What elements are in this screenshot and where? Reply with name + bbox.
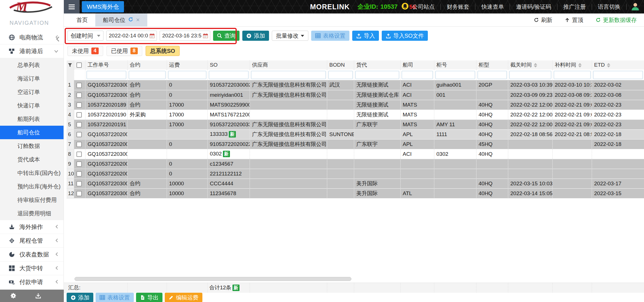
unused-tab[interactable]: 未使用 4	[67, 46, 103, 56]
table-row[interactable]: 10GQ1053722020007022121122112	[67, 169, 644, 179]
table-row[interactable]: 510537220201911700091053722020033广东无限链接信…	[67, 120, 644, 129]
sidebar-group-0[interactable]: 电商物流	[0, 31, 64, 44]
hamburger-menu-icon[interactable]	[64, 0, 80, 13]
table-row[interactable]: 6GQ1053722020007133333新广东无限链接信息科技有限公司2SU…	[67, 129, 644, 139]
import-so-file-button[interactable]: 导入SO文件	[382, 31, 428, 41]
edit-freight-button[interactable]: 编辑运费	[165, 293, 202, 302]
used-tab[interactable]: 已使用 8	[107, 46, 142, 56]
col-header-wo[interactable]: 工作单号	[85, 60, 127, 69]
topbar-menu-item[interactable]: 快速查单	[475, 3, 510, 11]
sort-arrows-icon[interactable]	[578, 63, 582, 67]
sidebar-subitem-7[interactable]: 货代成本	[0, 153, 64, 166]
sidebar-group-2[interactable]: 海外操作	[0, 220, 64, 234]
filter-input-freight[interactable]	[168, 71, 206, 79]
horizontal-scrollbar[interactable]	[74, 277, 351, 281]
export-button[interactable]: 导出	[136, 293, 162, 302]
table-row[interactable]: 9GQ10537220200050c1234567	[67, 159, 644, 169]
batch-edit-dropdown[interactable]: 批量修改	[272, 31, 308, 41]
col-header-freight[interactable]: 运费	[167, 60, 207, 69]
tab-refresh-icon[interactable]	[128, 17, 133, 23]
col-header-so[interactable]: SO	[207, 60, 250, 69]
table-settings-button[interactable]: 表格设置	[311, 31, 349, 41]
date-from-input[interactable]: 2022-02-14 00:00:00	[106, 31, 157, 41]
col-header-supplier[interactable]: 供应商	[250, 60, 327, 69]
table-row[interactable]: 11GQ1053722030005合约10000CCC4444美升国际40HQ2…	[67, 179, 644, 188]
sidebar-subitem-2[interactable]: 空运订单	[0, 85, 64, 99]
col-header-supplement[interactable]: 补料时间	[552, 60, 592, 69]
pin-top-button[interactable]: 置顶	[565, 16, 583, 24]
topbar-menu-item[interactable]: 公司站点	[406, 3, 440, 11]
update-cache-button[interactable]: 更新数据缓存	[596, 16, 637, 24]
row-checkbox[interactable]	[76, 161, 82, 167]
tab-home[interactable]: 首页	[69, 13, 95, 26]
table-row[interactable]: 1GQ1053722030000合约091053722030002广东无限链接信…	[67, 80, 644, 90]
col-header-agent[interactable]: 货代	[354, 60, 400, 69]
topbar-menu-item[interactable]: 推广注册	[557, 3, 592, 11]
refresh-button[interactable]: 刷新	[534, 16, 552, 24]
col-header-contract[interactable]: 合约	[127, 60, 167, 69]
sidebar-group-6[interactable]: 付款申请	[0, 275, 64, 289]
topbar-menu-item[interactable]: 邀请码/验证码	[510, 3, 557, 11]
sidebar-group-5[interactable]: 大货中转	[0, 262, 64, 275]
row-checkbox[interactable]	[76, 122, 82, 127]
filter-funnel-icon[interactable]	[67, 60, 74, 69]
table-row[interactable]: 7GQ1053722020009091053722020022广东无限链接信息科…	[67, 139, 644, 149]
filter-input-agent[interactable]	[355, 71, 399, 79]
bottom-add-button[interactable]: 添加	[67, 293, 93, 302]
bottom-table-settings-button[interactable]: 表格设置	[96, 293, 134, 302]
col-header-bodn[interactable]: BODN	[327, 60, 354, 69]
sidebar-subitem-0[interactable]: 总单列表	[0, 58, 64, 72]
row-checkbox[interactable]	[76, 181, 82, 186]
filter-input-supplement[interactable]	[554, 71, 591, 79]
panel-collapse-chevron[interactable]	[55, 36, 60, 43]
download-icon[interactable]	[35, 292, 42, 299]
search-button[interactable]: 查询	[213, 31, 239, 41]
tab-ship-slot[interactable]: 船司仓位 ×	[95, 13, 147, 26]
filter-input-bodn[interactable]	[328, 71, 353, 79]
sort-arrows-icon[interactable]	[607, 63, 610, 67]
sidebar-subitem-3[interactable]: 快递订单	[0, 99, 64, 112]
settings-gear-icon[interactable]	[10, 292, 17, 299]
row-checkbox[interactable]	[76, 112, 82, 118]
col-header-container[interactable]: 柜号	[434, 60, 476, 69]
sidebar-subitem-11[interactable]: 退回费用明细	[0, 207, 64, 220]
sidebar-group-3[interactable]: 尾程仓管	[0, 234, 64, 248]
sidebar-subitem-6[interactable]: 订舱数据	[0, 139, 64, 153]
col-header-cutoff[interactable]: 截关时间	[508, 60, 552, 69]
row-checkbox[interactable]	[76, 142, 82, 147]
date-to-input[interactable]: 2022-03-16 23:59:59	[160, 31, 210, 41]
sidebar-subitem-8[interactable]: 中转出库(国内仓)	[0, 166, 64, 180]
filter-input-carrier[interactable]	[402, 71, 433, 79]
row-checkbox[interactable]	[76, 102, 82, 108]
table-row[interactable]: 12GQ1053722030005合约10000112345678美升国际ATL…	[67, 188, 644, 198]
row-checkbox[interactable]	[76, 191, 82, 196]
sidebar-group-1[interactable]: 港前港后	[0, 44, 64, 58]
sidebar-subitem-5[interactable]: 船司仓位	[0, 126, 64, 139]
sort-arrows-icon[interactable]	[534, 63, 537, 67]
user-avatar[interactable]	[631, 2, 640, 12]
sidebar-subitem-1[interactable]: 海运订单	[0, 72, 64, 85]
add-button[interactable]: 添加	[242, 31, 269, 41]
filter-input-contract[interactable]	[129, 71, 166, 79]
topbar-menu-item[interactable]: 语言切换	[592, 3, 626, 11]
sidebar-group-4[interactable]: 仪表盘数据	[0, 248, 64, 262]
select-all-checkbox[interactable]	[76, 62, 82, 68]
col-header-etd[interactable]: ETD	[592, 60, 644, 69]
table-row[interactable]: 8GQ10537220300000302新ACI030240HQ	[67, 149, 644, 159]
row-checkbox[interactable]	[76, 171, 82, 177]
filter-input-ctype[interactable]	[478, 71, 507, 79]
col-header-ctype[interactable]: 柜型	[476, 60, 508, 69]
row-checkbox[interactable]	[76, 152, 82, 157]
sidebar-subitem-4[interactable]: 船期列表	[0, 112, 64, 126]
app-title-button[interactable]: WMS海外仓	[82, 1, 124, 12]
filter-input-etd[interactable]	[593, 71, 643, 79]
sidebar-subitem-10[interactable]: 待审核应付费用	[0, 193, 64, 207]
row-checkbox[interactable]	[76, 93, 82, 98]
row-checkbox[interactable]	[76, 132, 82, 137]
tab-close-icon[interactable]: ×	[136, 17, 140, 23]
filter-input-wo[interactable]	[87, 71, 126, 79]
import-button[interactable]: 导入	[352, 31, 379, 41]
row-checkbox[interactable]	[76, 83, 82, 88]
filter-input-container[interactable]	[435, 71, 475, 79]
total-system-so-tab[interactable]: 总系统SO	[146, 46, 180, 56]
